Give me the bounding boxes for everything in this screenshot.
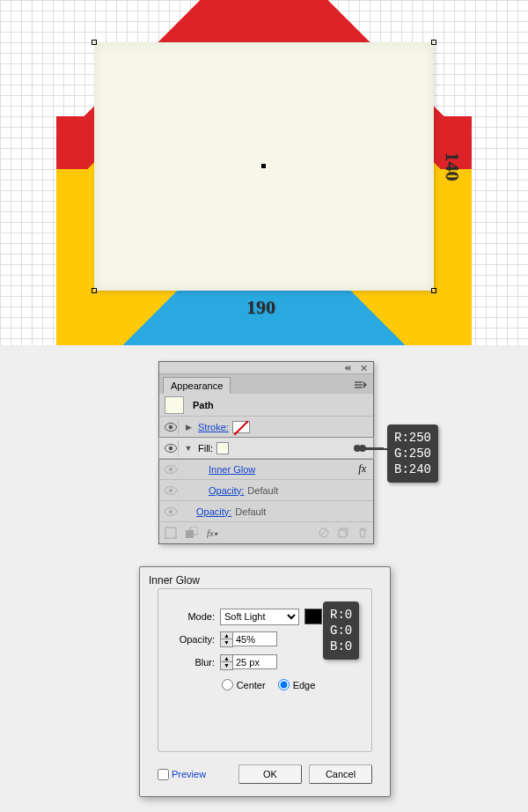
appearance-rows: Path ▶ Stroke: ▼ Fill: Inner Glow fx (159, 394, 373, 522)
ok-button[interactable]: OK (238, 764, 302, 784)
dimension-height-label: 140 (441, 152, 464, 181)
callout-connector-dot (354, 445, 361, 452)
blur-input[interactable] (233, 654, 277, 669)
rgb-b: B:0 (330, 639, 352, 654)
panel-topbar: ✕ (159, 362, 373, 374)
svg-point-5 (168, 467, 172, 471)
object-opacity-row[interactable]: Opacity: Default (159, 501, 373, 522)
preview-checkbox[interactable]: Preview (158, 769, 206, 780)
rgb-g: G:250 (394, 446, 431, 461)
visibility-icon[interactable] (163, 483, 179, 498)
new-art-icon[interactable] (165, 527, 177, 539)
glow-color-chip[interactable] (304, 609, 322, 624)
fill-label: Fill: (198, 443, 213, 454)
fill-row[interactable]: ▼ Fill: (159, 438, 373, 459)
selection-handle-bl[interactable] (92, 288, 97, 293)
visibility-icon[interactable] (163, 419, 179, 435)
opacity-value: Default (247, 485, 278, 496)
mode-label: Mode: (165, 611, 220, 622)
fx-indicator[interactable]: fx (358, 462, 366, 476)
object-row[interactable]: Path (159, 394, 373, 417)
origin-radios: Center Edge (165, 679, 371, 690)
fill-swatch[interactable] (216, 442, 229, 454)
edge-radio[interactable]: Edge (278, 679, 316, 690)
object-type-label: Path (193, 400, 214, 410)
rgb-r: R:0 (330, 607, 352, 623)
svg-point-3 (168, 446, 172, 450)
rgb-r: R:250 (394, 430, 431, 446)
effect-row[interactable]: Inner Glow fx (159, 459, 373, 480)
close-icon[interactable]: ✕ (357, 362, 370, 374)
effect-label[interactable]: Inner Glow (209, 464, 255, 475)
rgb-g: G:0 (330, 623, 352, 639)
stroke-fill-icon[interactable] (186, 527, 198, 539)
stroke-swatch[interactable] (232, 421, 250, 433)
rgb-b: B:240 (394, 461, 431, 477)
tab-row: Appearance (159, 374, 373, 394)
center-radio[interactable]: Center (222, 679, 266, 690)
selection-handle-tl[interactable] (92, 40, 97, 45)
object-thumbnail (165, 396, 184, 414)
selection-center[interactable] (261, 164, 266, 168)
callout-connector (357, 448, 389, 450)
clear-icon[interactable] (319, 528, 329, 538)
fill-opacity-row[interactable]: Opacity: Default (159, 480, 373, 501)
appearance-tab[interactable]: Appearance (163, 377, 231, 394)
opacity-label[interactable]: Opacity: (209, 485, 244, 496)
cancel-button[interactable]: Cancel (309, 764, 372, 784)
selection-handle-tr[interactable] (431, 40, 436, 45)
stroke-row[interactable]: ▶ Stroke: (159, 417, 373, 438)
dialog-title: Inner Glow (140, 567, 390, 590)
visibility-icon[interactable] (163, 440, 179, 456)
glow-rgb-callout: R:0 G:0 B:0 (323, 602, 359, 660)
visibility-icon[interactable] (163, 461, 179, 477)
opacity-input[interactable] (233, 631, 277, 646)
blur-spinner[interactable]: ▲▼ (220, 654, 233, 670)
fx-menu[interactable]: fx▾ (207, 528, 217, 538)
dimension-width-label: 190 (246, 296, 275, 319)
collapse-icon[interactable]: ▼ (184, 444, 193, 453)
trash-icon[interactable] (357, 528, 368, 538)
visibility-icon[interactable] (163, 504, 179, 520)
opacity-value: Default (235, 506, 266, 517)
panel-menu-icon[interactable] (352, 378, 370, 394)
dialog-button-row: Preview OK Cancel (158, 764, 372, 784)
collapse-icon[interactable] (341, 362, 354, 374)
illustrator-canvas: 190 140 (0, 0, 528, 345)
opacity-spinner[interactable]: ▲▼ (220, 631, 233, 647)
fill-rgb-callout: R:250 G:250 B:240 (387, 424, 438, 483)
blur-label: Blur: (165, 657, 220, 668)
mode-select[interactable]: Soft Light (220, 609, 299, 625)
opacity-label: Opacity: (165, 634, 220, 645)
panel-footer: fx▾ (159, 522, 373, 543)
stroke-label[interactable]: Stroke: (198, 422, 229, 432)
svg-point-7 (168, 488, 172, 492)
svg-point-1 (168, 424, 172, 429)
opacity-label[interactable]: Opacity: (196, 506, 231, 517)
duplicate-icon[interactable] (338, 528, 348, 538)
appearance-panel: ✕ Appearance Path ▶ Stroke: ▼ Fill: (158, 361, 374, 544)
svg-point-9 (168, 509, 172, 513)
selection-handle-br[interactable] (431, 288, 436, 293)
panels-area: ✕ Appearance Path ▶ Stroke: ▼ Fill: (0, 345, 528, 812)
svg-rect-14 (339, 530, 346, 537)
expand-icon[interactable]: ▶ (184, 423, 193, 432)
svg-rect-10 (165, 528, 176, 538)
